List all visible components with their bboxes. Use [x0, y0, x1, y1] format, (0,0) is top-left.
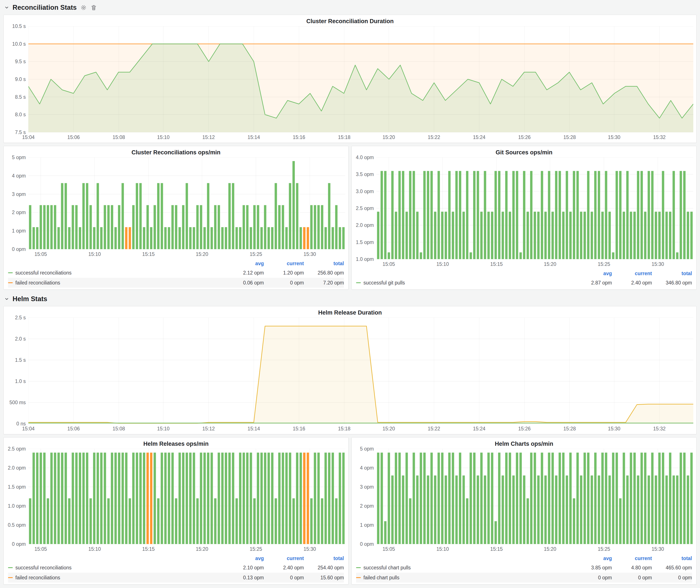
panel-title[interactable]: Helm Charts ops/min [355, 439, 693, 449]
bar [416, 212, 419, 259]
helm-releases-opm-chart[interactable] [28, 449, 345, 544]
y-tick-label: 5 opm [360, 446, 374, 452]
bar [300, 227, 302, 249]
bar [616, 453, 618, 544]
bar [72, 205, 74, 249]
helm-charts-opm-chart[interactable] [376, 449, 693, 544]
legend-col-current[interactable]: current [264, 556, 304, 561]
bar [623, 212, 625, 259]
bar [644, 212, 647, 259]
chart-canvas[interactable] [28, 26, 693, 132]
legend-col-avg[interactable]: avg [572, 271, 612, 276]
bar [57, 227, 60, 249]
x-tick-label: 15:28 [563, 134, 576, 140]
chart-canvas[interactable] [28, 157, 345, 249]
legend-series-label[interactable]: successful reconciliations [8, 565, 224, 571]
bar [680, 453, 682, 544]
chart-canvas[interactable] [376, 157, 693, 259]
x-tick-label: 15:10 [88, 546, 101, 552]
bar [289, 453, 291, 544]
chart-canvas[interactable] [28, 449, 345, 544]
legend-series-label[interactable]: failed chart pulls [356, 575, 572, 581]
bar [260, 453, 263, 544]
bar [402, 171, 404, 259]
section-header-helm-stats[interactable]: Helm Stats [3, 293, 697, 305]
git-sources-opm-chart[interactable] [376, 157, 693, 259]
chart-canvas[interactable] [376, 449, 693, 544]
y-tick-label: 0.5 opm [8, 522, 26, 528]
bar [437, 171, 440, 259]
legend-col-total[interactable]: total [304, 261, 344, 267]
chevron-down-icon[interactable] [4, 5, 9, 10]
bar [179, 453, 181, 544]
bar [576, 453, 579, 544]
chevron-down-icon[interactable] [4, 297, 9, 301]
bar [651, 453, 653, 544]
panel-title[interactable]: Cluster Reconciliations ops/min [7, 148, 345, 157]
bar [569, 212, 572, 259]
chart-area: 1.0 opm1.5 opm2.0 opm2.5 opm3.0 opm3.5 o… [355, 157, 693, 268]
bar [651, 171, 653, 259]
bar [608, 212, 611, 259]
x-tick-label: 15:15 [142, 546, 155, 552]
bar [235, 227, 238, 249]
legend-stat-value: 346.80 opm [652, 280, 692, 286]
section-header-reconciliation-stats[interactable]: Reconciliation Stats [3, 2, 697, 13]
bar [129, 498, 131, 544]
panel-title[interactable]: Git Sources ops/min [355, 148, 693, 157]
x-tick-label: 15:26 [518, 426, 531, 432]
legend-col-total[interactable]: total [652, 271, 692, 276]
cluster-reconciliation-duration-chart[interactable] [28, 26, 693, 132]
bar [452, 212, 454, 259]
legend-series-label[interactable]: successful reconciliations [8, 270, 224, 276]
legend-series-label[interactable]: successful chart pulls [356, 565, 572, 571]
bar [509, 212, 511, 259]
bar [332, 453, 334, 544]
x-tick-label: 15:04 [22, 134, 35, 140]
legend-series-label[interactable]: failed reconciliations [8, 575, 224, 581]
bar [530, 453, 532, 544]
legend-col-total[interactable]: total [304, 556, 344, 561]
gear-icon[interactable] [80, 4, 87, 11]
bar [29, 498, 31, 544]
bar [420, 453, 422, 544]
bar [405, 212, 408, 259]
bar [637, 171, 639, 259]
chart-canvas[interactable] [28, 318, 693, 424]
bar [640, 453, 643, 544]
legend-stat-value: 15.60 opm [304, 575, 344, 581]
legend-col-avg[interactable]: avg [224, 261, 264, 267]
panel-title[interactable]: Helm Releases ops/min [7, 439, 345, 449]
bar [676, 252, 679, 259]
bar [580, 475, 582, 544]
legend-col-current[interactable]: current [612, 271, 652, 276]
bar [512, 475, 515, 544]
legend-col-avg[interactable]: avg [224, 556, 264, 561]
legend-col-current[interactable]: current [264, 261, 304, 267]
bar [324, 227, 327, 249]
bar [402, 475, 404, 544]
bar [314, 453, 316, 544]
cluster-reconciliations-opm-chart[interactable] [28, 157, 345, 249]
helm-release-duration-chart[interactable] [28, 318, 693, 424]
bar [662, 453, 664, 544]
bar [221, 227, 224, 249]
bar [562, 212, 565, 259]
bar [445, 475, 447, 544]
series-color-mark [8, 282, 13, 283]
legend-col-avg[interactable]: avg [572, 556, 612, 561]
y-axis: 7.5 s8.0 s8.5 s9.0 s9.5 s10.0 s10.5 s [7, 26, 28, 132]
bar [278, 205, 281, 249]
panel-title[interactable]: Helm Release Duration [7, 308, 693, 318]
panel-title[interactable]: Cluster Reconciliation Duration [7, 17, 693, 26]
legend-series-label[interactable]: failed reconciliations [8, 280, 224, 286]
trash-icon[interactable] [90, 4, 97, 11]
bar [161, 183, 163, 249]
bar [300, 453, 302, 544]
legend-col-total[interactable]: total [652, 556, 692, 561]
bar [466, 498, 468, 544]
x-tick-label: 15:10 [436, 546, 449, 552]
bar [107, 205, 110, 249]
legend-col-current[interactable]: current [612, 556, 652, 561]
legend-series-label[interactable]: successful git pulls [356, 280, 572, 286]
